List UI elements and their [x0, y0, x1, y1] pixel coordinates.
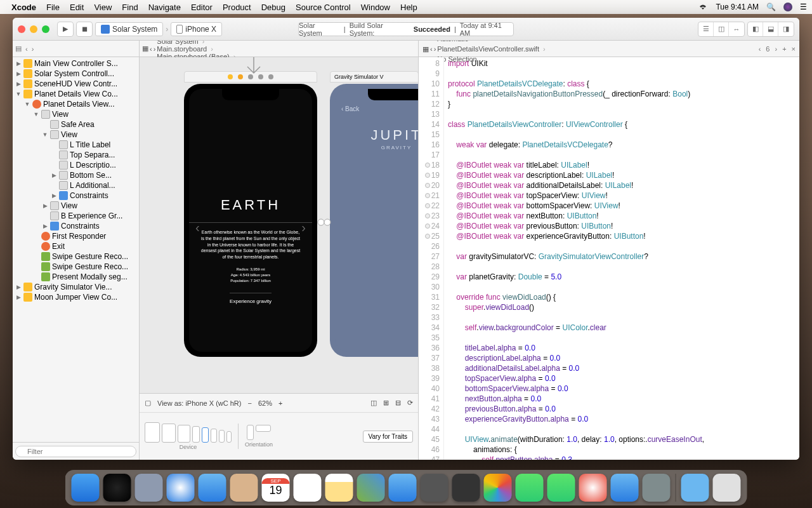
orientation-portrait[interactable] [247, 425, 254, 440]
menu-product[interactable]: Product [223, 3, 251, 12]
menu-file[interactable]: File [46, 3, 60, 12]
jump-fwd-icon[interactable]: › [154, 45, 156, 53]
device-iphone-x[interactable] [202, 427, 209, 443]
outline-item[interactable]: First Responder [13, 231, 139, 241]
app-menu[interactable]: Xcode [11, 3, 36, 12]
document-outline[interactable]: ▶Main View Controller S...▶Solar System … [13, 57, 139, 442]
outline-item[interactable]: ▼View [13, 109, 139, 119]
project-nav-icon[interactable]: ▤ [15, 44, 22, 53]
outline-toggle-icon[interactable]: ▢ [145, 399, 151, 407]
standard-editor-icon[interactable]: ☰ [698, 22, 714, 36]
menu-source-control[interactable]: Source Control [296, 3, 351, 12]
run-button[interactable]: ▶ [57, 22, 74, 37]
maps-icon[interactable] [357, 474, 385, 502]
preferences-icon[interactable] [643, 474, 671, 502]
counterpart-fwd-icon[interactable]: › [775, 44, 777, 54]
xcode-icon[interactable] [389, 474, 417, 502]
nav-fwd-icon[interactable]: › [32, 45, 34, 53]
outline-item[interactable]: Present Modally seg... [13, 272, 139, 282]
orientation-landscape[interactable] [256, 425, 271, 432]
ib-jumpbar[interactable]: ▦ ‹ › Solar SystemSolar SystemMain.story… [140, 41, 418, 57]
jumpbar-segment[interactable]: PlanetDetailsViewController.swift [437, 44, 547, 54]
trait-bar[interactable]: ▢ View as: iPhone X (wC hR) − 62% + ◫ ⊞ … [140, 394, 418, 413]
jump-fwd-icon[interactable]: › [434, 44, 436, 54]
zoom-button[interactable] [42, 25, 49, 33]
editor-mode-group[interactable]: ☰◫↔ [698, 22, 745, 37]
downloads-icon[interactable] [681, 474, 709, 502]
menu-editor[interactable]: Editor [191, 3, 213, 12]
bottom-panel-icon[interactable]: ⬓ [763, 22, 778, 36]
outline-item[interactable]: B Experience Gr... [13, 211, 139, 221]
notes-icon[interactable] [325, 474, 353, 502]
menu-debug[interactable]: Debug [261, 3, 285, 12]
view-as-label[interactable]: View as: iPhone X (wC hR) [157, 399, 241, 407]
right-panel-icon[interactable]: ◨ [778, 22, 794, 36]
jumpbar-segment[interactable]: Main.storyboard [157, 45, 237, 53]
safari-icon[interactable] [167, 474, 195, 502]
device-iphone[interactable] [211, 429, 217, 443]
calendar-icon[interactable]: SEP19 [262, 474, 290, 502]
outline-item[interactable]: ▶Constraints [13, 221, 139, 231]
trash-icon[interactable] [713, 474, 741, 502]
left-panel-icon[interactable]: ◧ [748, 22, 763, 36]
align-icon[interactable]: ⊞ [383, 399, 389, 407]
spotlight-icon[interactable]: 🔍 [766, 3, 776, 11]
outline-item[interactable]: ▼Planet Details View Co... [13, 89, 139, 99]
outline-item[interactable]: ▶View [13, 201, 139, 211]
device-iphone-se[interactable] [219, 430, 225, 443]
nav-back-icon[interactable]: ‹ [25, 45, 28, 53]
minimize-button[interactable] [30, 25, 37, 33]
destination-selector[interactable]: iPhone X [171, 22, 222, 36]
launchpad-icon[interactable] [135, 474, 163, 502]
appstore-icon[interactable] [611, 474, 639, 502]
scene-planet-details[interactable]: ‹ › EARTH Earth otherwise known as the W… [184, 84, 317, 357]
outline-item[interactable]: Exit [13, 241, 139, 251]
instruments-icon[interactable] [452, 474, 480, 502]
dock[interactable]: SEP19 [65, 470, 747, 505]
outline-item[interactable]: L Additional... [13, 180, 139, 190]
contacts-icon[interactable] [230, 474, 258, 502]
jump-back-icon[interactable]: ‹ [430, 44, 433, 54]
device-ipad-large[interactable] [145, 422, 160, 443]
reminders-icon[interactable] [294, 474, 322, 502]
menu-navigate[interactable]: Navigate [148, 3, 181, 12]
outline-item[interactable]: ▶Bottom Se... [13, 170, 139, 180]
vary-for-traits-button[interactable]: Vary for Traits [363, 431, 414, 443]
outline-item[interactable]: Swipe Gesture Reco... [13, 262, 139, 272]
outline-item[interactable]: L Title Label [13, 140, 139, 150]
outline-item[interactable]: L Descriptio... [13, 160, 139, 170]
close-assistant-icon[interactable]: × [792, 44, 796, 54]
outline-item[interactable]: ▶SceneHUD View Contr... [13, 79, 139, 89]
outline-item[interactable]: ▶Moon Jumper View Co... [13, 292, 139, 302]
menu-edit[interactable]: Edit [70, 3, 84, 12]
embed-icon[interactable]: ◫ [370, 399, 377, 407]
facetime-icon[interactable] [547, 474, 575, 502]
photos-icon[interactable] [484, 474, 512, 502]
code-jumpbar[interactable]: ▦ ‹ › AutomaticPlanetDetailsViewControll… [419, 41, 799, 57]
outline-item[interactable]: ▼View [13, 130, 139, 140]
simulator-icon[interactable] [421, 474, 449, 502]
related-items-icon[interactable]: ▦ [142, 44, 148, 53]
counterpart-back-icon[interactable]: ‹ [759, 44, 761, 54]
stop-button[interactable]: ◼ [76, 22, 93, 37]
outline-item[interactable]: Safe Area [13, 119, 139, 130]
zoom-level[interactable]: 62% [258, 399, 272, 407]
related-items-icon[interactable]: ▦ [422, 44, 429, 54]
menu-view[interactable]: View [94, 3, 112, 12]
close-button[interactable] [18, 25, 25, 33]
device-bar[interactable]: Device Orientation Vary for Traits [140, 413, 418, 460]
scheme-selector[interactable]: Solar System [95, 22, 163, 36]
outline-item[interactable]: ▶Constraints [13, 190, 139, 201]
jump-back-icon[interactable]: ‹ [150, 45, 152, 53]
wifi-icon[interactable] [698, 3, 708, 11]
outline-item[interactable]: ▶Main View Controller S... [13, 58, 139, 69]
panel-toggle-group[interactable]: ◧⬓◨ [747, 22, 794, 37]
ib-canvas[interactable]: ‹ › EARTH Earth otherwise known as the W… [140, 57, 418, 393]
siri-app-icon[interactable] [103, 474, 131, 502]
mail-icon[interactable] [199, 474, 226, 502]
version-editor-icon[interactable]: ↔ [729, 22, 744, 36]
itunes-icon[interactable] [579, 474, 607, 502]
outline-item[interactable]: Swipe Gesture Reco... [13, 251, 139, 262]
zoom-out-icon[interactable]: − [247, 399, 251, 407]
pin-icon[interactable]: ⊟ [395, 399, 401, 407]
